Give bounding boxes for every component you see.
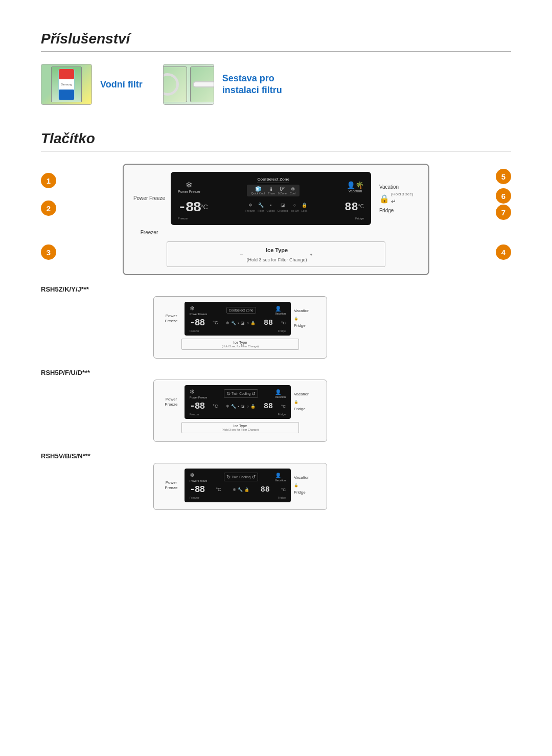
- mini-lock-icon-pfud: 🔒: [294, 400, 298, 404]
- display-top-row: ❄ Power Freeze CoolSelect Zone 🧊 Quick C…: [178, 177, 364, 196]
- lock-hold-row: 🔒 (Hold 3 sec) ↵: [379, 192, 420, 206]
- coolselect-label: CoolSelect Zone: [257, 177, 289, 183]
- coolselect-icons-row: 🧊 Quick Cool 🌡 Thaw 0°: [247, 185, 300, 196]
- main-panel-border: Power Freeze ❄ Power Freeze: [123, 164, 429, 275]
- mini-twin-cooling-pfud: ↻ Twin Cooling ↺: [224, 389, 258, 398]
- ice-type-text-col: Ice Type (Hold 3 sec for Filter Change): [247, 245, 307, 263]
- mini-icon-1-vbsn: ❄: [233, 487, 236, 492]
- mini-ice-type-pfud: Ice Type: [234, 424, 247, 428]
- vacation-display-label: Vacation: [347, 189, 364, 193]
- mini-vacation-text-zkj: Vacation: [275, 312, 286, 315]
- badge-5: 5: [496, 169, 511, 184]
- mini-display-sub-zkj: Freezer Fridge: [190, 329, 286, 332]
- mini-right-labels-pfud: Vacation 🔒 Fridge: [294, 391, 319, 413]
- mds-freezer-vbsn: Freezer: [190, 496, 199, 499]
- mini-display-zkj: ❄ Power Freeze CoolSelect Zone 👤 Vacatio…: [185, 302, 291, 336]
- mini-freezer-temp-zkj: -88: [190, 318, 204, 328]
- mini-pf-area-zkj: ❄ Power Freeze: [190, 305, 207, 316]
- mini-display-sub-vbsn: Freezer Fridge: [190, 496, 286, 499]
- display-panel: ❄ Power Freeze CoolSelect Zone 🧊 Quick C…: [171, 172, 371, 225]
- display-bottom-labels: Freezer Fridge: [178, 217, 364, 220]
- lock-icon-label: Lock: [302, 209, 308, 212]
- twin-cool-text-pfud: Twin Cooling: [232, 392, 250, 395]
- mini-snowflake-vbsn: ❄: [190, 472, 195, 479]
- cubed-icon-label: Cubed: [266, 209, 274, 212]
- mini-display-top-pfud: ❄ Power Freeze ↻ Twin Cooling ↺ 👤 Vacati…: [190, 388, 286, 399]
- ozone-label: 0 Zone: [278, 192, 287, 195]
- mini-display-mid-vbsn: -88°C ❄ 🔧 🔒 88°C: [190, 484, 286, 495]
- badge-1: 1: [41, 173, 56, 188]
- thaw-icon: 🌡: [268, 186, 274, 192]
- water-filter-item: Samsung Vodní filtr: [41, 64, 143, 105]
- mini-display-mid-zkj: -88°C ❄ 🔧 ▪ ◪ ○ 🔒 88°C: [190, 318, 286, 328]
- twin-cool-icon2-pfud: ↺: [251, 391, 256, 396]
- mini-freezer-temp-vbsn: -88: [190, 484, 204, 495]
- twin-cool-icon-pfud: ↻: [226, 391, 231, 396]
- hose-straight: [193, 81, 214, 87]
- mini-right-labels-vbsn: Vacation 🔒 Fridge: [294, 474, 319, 496]
- coolselect-zone: CoolSelect Zone 🧊 Quick Cool 🌡 Thaw: [247, 177, 300, 196]
- freezer-icon-sym: ❄: [245, 203, 255, 208]
- fridge-temp-value: 88: [344, 201, 358, 214]
- mini-vacation-icon-pfud: 👤: [275, 389, 281, 395]
- power-freeze-label: Power Freeze: [132, 195, 167, 202]
- ice-type-inner: ← Ice Type (Hold 3 sec for Filter Change…: [167, 245, 385, 263]
- hold3sec-col: (Hold 3 sec) ↵: [391, 192, 413, 206]
- svg-text:Samsung: Samsung: [61, 83, 72, 86]
- mini-ice-type-zkj: Ice Type: [234, 341, 247, 344]
- display-mid-row: -88°C ❄ Freezer 🔧 Filter: [178, 199, 364, 215]
- mini-lock-icon-zkj: 🔒: [294, 317, 298, 320]
- ozone-icon: 0°: [278, 186, 287, 192]
- mini-vacation-icon-vbsn: 👤: [275, 473, 281, 478]
- mini-ice-sublabel-zkj: (Hold 3 sec for Filter Change): [222, 345, 259, 348]
- mini-fridge-label-pfud: Fridge: [294, 407, 306, 411]
- power-freeze-outer-label: Power Freeze: [132, 195, 167, 202]
- mini-fridge-unit-vbsn: °C: [281, 487, 286, 492]
- mini-pf-text-pfud: Power Freeze: [190, 396, 207, 399]
- model-rsh5pfud: RSH5P/F/U/D*** PowerFreeze ❄ Power Freez…: [41, 369, 511, 442]
- quickcool-label: Quick Cool: [251, 192, 265, 195]
- svg-rect-1: [59, 69, 74, 79]
- water-filter-label: Vodní filtr: [100, 79, 143, 90]
- mini-fridge-temp-zkj: 88: [264, 319, 273, 327]
- mini-ice-bar-pfud: Ice Type (Hold 3 sec for Filter Change): [181, 422, 299, 433]
- twin-cool-text-vbsn: Twin Cooling: [232, 475, 250, 479]
- mini-icon-4-pfud: ◪: [241, 404, 245, 409]
- mini-panel-rsh5zkj: PowerFreeze ❄ Power Freeze CoolSelect Zo…: [153, 296, 327, 359]
- svg-rect-3: [59, 90, 74, 100]
- lock-icon: 🔒 Lock: [302, 203, 308, 213]
- cs-ozone: 0° 0 Zone: [278, 186, 287, 195]
- mini-icon-4-zkj: ◪: [241, 321, 245, 325]
- mini-panel-row1-pfud: PowerFreeze ❄ Power Freeze ↻ Twin Coolin…: [161, 385, 319, 419]
- ice-type-sublabel: (Hold 3 sec for Filter Change): [247, 257, 307, 262]
- mini-display-pfud: ❄ Power Freeze ↻ Twin Cooling ↺ 👤 Vacati…: [185, 385, 291, 419]
- mini-icon-5-pfud: ○: [246, 404, 249, 409]
- mini-pf-text-vbsn: Power Freeze: [190, 479, 207, 482]
- mini-ice-sublabel-pfud: (Hold 3 sec for Filter Change): [222, 428, 259, 431]
- power-freeze-icon-area: ❄ Power Freeze: [178, 180, 200, 193]
- mini-ice-bar-zkj: Ice Type (Hold 3 sec for Filter Change): [181, 339, 299, 350]
- mini-vacation-area-pfud: 👤 Vacation: [275, 389, 286, 398]
- ice-type-bar: ← Ice Type (Hold 3 sec for Filter Change…: [167, 241, 385, 267]
- freezer-label: Freezer: [141, 230, 158, 235]
- panel-row-1: Power Freeze ❄ Power Freeze: [132, 172, 420, 225]
- filter-box-visual: Samsung: [51, 66, 82, 102]
- accessories-title: Příslušenství: [41, 31, 511, 47]
- mini-icon-2-vbsn: 🔧: [238, 487, 243, 492]
- freezer-icon: ❄ Freezer: [245, 203, 255, 213]
- mini-icons-vbsn: ❄ 🔧 🔒: [233, 487, 249, 492]
- kit-box-2: [190, 66, 214, 102]
- mini-icon-2-zkj: 🔧: [231, 321, 236, 325]
- mini-cs-label-zkj: CoolSelect Zone: [226, 307, 256, 314]
- fridge-temp-unit: °C: [358, 204, 364, 209]
- bottom-label-freezer: Freezer: [178, 217, 189, 220]
- thaw-label: Thaw: [268, 192, 274, 195]
- accessories-section: Příslušenství Samsung Vodní filtr: [41, 31, 511, 105]
- freezer-temp-unit: °C: [200, 203, 208, 211]
- freezer-temp-value: -88: [178, 199, 200, 215]
- mini-vacation-icon-zkj: 👤: [275, 306, 281, 312]
- panel-row-2: Freezer: [132, 227, 420, 236]
- cubed-icon: ▪ Cubed: [266, 203, 274, 213]
- mini-fridge-label-vbsn: Fridge: [294, 490, 306, 495]
- mini-vacation-area-vbsn: 👤 Vacation: [275, 473, 286, 482]
